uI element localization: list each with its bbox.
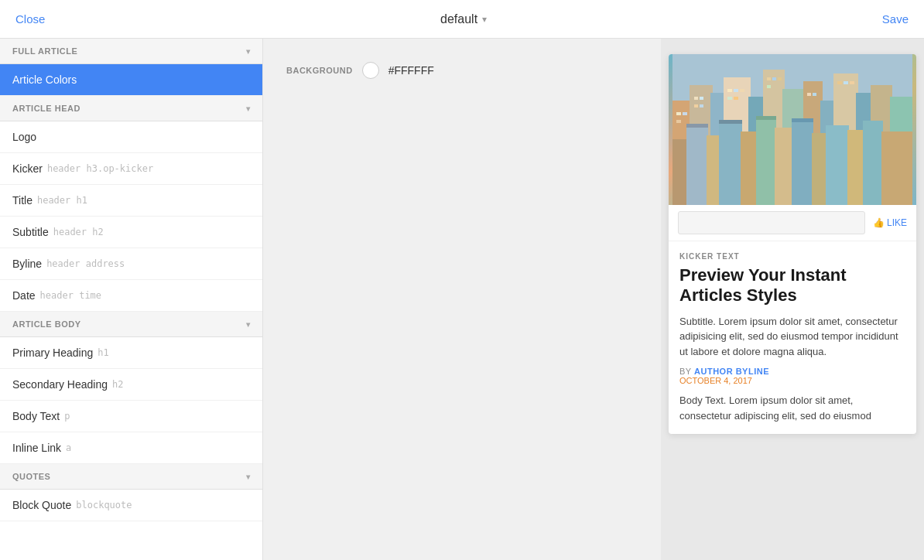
byline-name: AUTHOR BYLINE <box>694 367 769 376</box>
item-hint: h2 <box>112 379 123 390</box>
section-quotes[interactable]: QUOTES ▾ <box>0 464 262 490</box>
preview-byline: BY AUTHOR BYLINE <box>679 367 905 376</box>
svg-rect-18 <box>700 97 703 100</box>
svg-rect-25 <box>734 97 738 100</box>
preview-title: Preview Your Instant Articles Styles <box>679 265 905 306</box>
svg-rect-51 <box>792 118 813 122</box>
svg-rect-27 <box>772 77 776 80</box>
item-label: Date <box>12 289 36 302</box>
svg-rect-45 <box>847 130 864 205</box>
preview-card: 👍 LIKE KICKER TEXT Preview Your Instant … <box>669 54 916 434</box>
section-label: ARTICLE BODY <box>12 319 81 329</box>
sidebar-item-article-colors[interactable]: Article Colors <box>0 64 262 96</box>
item-hint: header time <box>40 290 101 301</box>
item-hint: h1 <box>98 347 108 358</box>
svg-rect-37 <box>707 135 720 205</box>
sidebar-item-logo[interactable]: Logo <box>0 121 262 153</box>
svg-rect-14 <box>676 112 681 115</box>
kicker-text: KICKER TEXT <box>679 252 905 261</box>
svg-rect-24 <box>727 97 732 100</box>
sidebar-item-kicker[interactable]: Kicker header h3.op-kicker <box>0 153 262 185</box>
section-label: FULL ARTICLE <box>12 46 77 56</box>
sidebar-item-date[interactable]: Date header time <box>0 280 262 312</box>
sidebar-item-block-quote[interactable]: Block Quote blockquote <box>0 490 262 521</box>
svg-rect-50 <box>756 116 776 120</box>
item-hint: header h3.op-kicker <box>47 163 153 174</box>
byline-prefix: BY <box>679 367 691 376</box>
chevron-down-icon: ▾ <box>246 104 251 113</box>
preview-body: KICKER TEXT Preview Your Instant Article… <box>669 241 916 434</box>
svg-rect-33 <box>844 81 848 84</box>
svg-rect-17 <box>694 97 698 100</box>
svg-rect-42 <box>792 122 813 205</box>
svg-rect-39 <box>741 131 758 205</box>
svg-rect-26 <box>767 77 771 80</box>
svg-rect-29 <box>767 85 771 88</box>
svg-rect-19 <box>694 104 698 108</box>
item-label: Logo <box>12 131 36 143</box>
svg-rect-40 <box>756 120 776 205</box>
svg-rect-20 <box>700 104 703 108</box>
sidebar-item-subtitle[interactable]: Subtitle header h2 <box>0 217 262 248</box>
topbar: Close default ▾ Save <box>0 0 924 39</box>
like-button[interactable]: 👍 LIKE <box>873 217 907 228</box>
sidebar-item-byline[interactable]: Byline header address <box>0 248 262 280</box>
section-article-head[interactable]: ARTICLE HEAD ▾ <box>0 96 262 121</box>
svg-rect-30 <box>807 93 811 96</box>
svg-rect-23 <box>740 89 744 92</box>
chevron-down-icon: ▾ <box>246 47 251 56</box>
svg-rect-34 <box>850 81 854 84</box>
search-bar[interactable] <box>678 211 865 234</box>
content-area: BACKGROUND #FFFFFF <box>263 39 661 560</box>
svg-rect-49 <box>719 120 742 124</box>
svg-rect-16 <box>676 120 681 123</box>
item-label: Block Quote <box>12 499 71 511</box>
preview-hero-image <box>669 54 916 205</box>
sidebar-item-body-text[interactable]: Body Text p <box>0 401 262 432</box>
item-hint: header address <box>46 258 125 269</box>
sidebar-item-inline-link[interactable]: Inline Link a <box>0 432 262 464</box>
preview-subtitle: Subtitle. Lorem ipsum dolor sit amet, co… <box>679 314 905 360</box>
sidebar-item-title[interactable]: Title header h1 <box>0 185 262 217</box>
svg-rect-46 <box>863 121 883 205</box>
section-full-article[interactable]: FULL ARTICLE ▾ <box>0 39 262 64</box>
section-label: ARTICLE HEAD <box>12 104 80 113</box>
svg-rect-32 <box>837 81 842 84</box>
preview-panel: 👍 LIKE KICKER TEXT Preview Your Instant … <box>661 39 924 560</box>
item-hint: header h2 <box>53 227 104 237</box>
section-article-body[interactable]: ARTICLE BODY ▾ <box>0 312 262 337</box>
preview-date: OCTOBER 4, 2017 <box>679 376 905 385</box>
color-swatch[interactable] <box>362 62 379 79</box>
main-layout: FULL ARTICLE ▾ Article Colors ARTICLE HE… <box>0 39 924 560</box>
sidebar-item-primary-heading[interactable]: Primary Heading h1 <box>0 337 262 369</box>
item-label: Secondary Heading <box>12 378 108 391</box>
save-button[interactable]: Save <box>882 12 909 26</box>
theme-name: default <box>440 12 477 26</box>
svg-rect-43 <box>812 133 827 205</box>
background-color-row: BACKGROUND #FFFFFF <box>286 62 434 79</box>
item-label: Primary Heading <box>12 347 93 359</box>
item-label: Title <box>12 194 33 207</box>
chevron-down-icon: ▾ <box>246 320 251 329</box>
background-label: BACKGROUND <box>286 66 353 75</box>
item-label: Subtitle <box>12 226 49 238</box>
sidebar: FULL ARTICLE ▾ Article Colors ARTICLE HE… <box>0 39 263 560</box>
theme-selector[interactable]: default ▾ <box>440 12 487 26</box>
item-label: Body Text <box>12 410 60 422</box>
svg-rect-28 <box>778 77 782 80</box>
svg-rect-48 <box>686 124 708 128</box>
item-label: Inline Link <box>12 442 61 454</box>
preview-body-text: Body Text. Lorem ipsum dolor sit amet, c… <box>679 393 905 423</box>
item-hint: blockquote <box>76 500 132 510</box>
svg-rect-44 <box>826 125 849 205</box>
sidebar-item-secondary-heading[interactable]: Secondary Heading h2 <box>0 369 262 401</box>
close-button[interactable]: Close <box>15 12 45 26</box>
item-hint: a <box>66 442 71 453</box>
svg-rect-36 <box>686 128 708 205</box>
item-hint: header h1 <box>37 195 87 206</box>
svg-rect-22 <box>734 89 738 92</box>
svg-rect-47 <box>881 131 912 205</box>
item-label: Article Colors <box>12 73 77 86</box>
svg-rect-41 <box>775 128 793 205</box>
preview-actions-bar: 👍 LIKE <box>669 205 916 241</box>
